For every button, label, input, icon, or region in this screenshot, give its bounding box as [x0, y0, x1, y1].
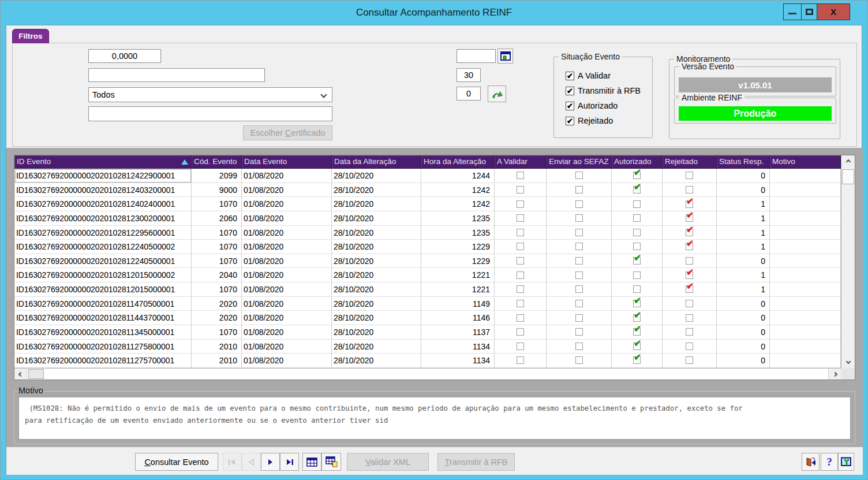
cell-data-alteracao: 28/10/2020: [332, 211, 421, 226]
calendar-button[interactable]: [497, 49, 513, 64]
grid-view-button[interactable]: [302, 453, 321, 471]
vertical-scrollbar[interactable]: [841, 155, 855, 368]
refresh-button[interactable]: [488, 85, 506, 102]
help-button[interactable]: ?: [821, 453, 838, 471]
cell-autorizado: ✔: [612, 325, 663, 340]
cell-id: ID1630276920000002020102811345000001: [14, 325, 192, 340]
column-header-status[interactable]: Status Resp.: [717, 155, 770, 169]
minimize-button[interactable]: [783, 3, 802, 20]
maximize-button[interactable]: [801, 3, 817, 20]
certificado-input[interactable]: [88, 106, 332, 121]
table-row[interactable]: ID16302769200000020201028112757000012010…: [14, 354, 841, 368]
cod-evento-select[interactable]: Todos: [88, 87, 332, 102]
situacao-option-transmitir-rfb[interactable]: ✔Transmitir à RFB: [566, 86, 641, 95]
cell-data-evento: 01/08/2020: [242, 226, 332, 240]
tools-icon: [841, 457, 851, 467]
table-row[interactable]: ID16302769200000020201028112758000012010…: [14, 340, 841, 354]
cell-motivo: [770, 211, 841, 226]
vertical-scroll-thumb[interactable]: [842, 169, 854, 184]
column-header-motivo[interactable]: Motivo: [770, 155, 841, 169]
grid-checkbox-enviar-sefaz: [575, 343, 583, 350]
table-row[interactable]: ID16302769200000020201028120150000022040…: [14, 268, 841, 282]
cell-id: ID1630276920000002020102812295600001: [14, 226, 192, 240]
cell-a-validar: [495, 254, 547, 269]
cell-data-evento: 01/08/2020: [242, 325, 332, 340]
column-header-enviar-sefaz[interactable]: Enviar ao SEFAZ: [547, 155, 612, 169]
grid-export-button[interactable]: [321, 453, 341, 471]
scroll-right-button[interactable]: [828, 369, 841, 379]
table-row[interactable]: ID16302769200000020201028124032000019000…: [14, 183, 841, 198]
cell-motivo: [770, 325, 841, 340]
table-row[interactable]: ID16302769200000020201028122405000021070…: [14, 240, 841, 254]
situacao-option-rejeitado[interactable]: ✔Rejeitado: [566, 116, 613, 125]
motivo-line-2: para retificação de um evento enviado an…: [25, 416, 388, 425]
cell-a-validar: [495, 297, 547, 311]
validar-xml-button[interactable]: Validar XML: [347, 453, 429, 471]
escolher-certificado-button[interactable]: Escolher Certificado: [243, 125, 332, 140]
table-row[interactable]: ID16302769200000020201028123002000012060…: [14, 211, 841, 226]
motivo-text-area[interactable]: (MS1028: Não é permitido o envio de mais…: [18, 397, 851, 440]
column-header-label: Cód. Evento: [194, 157, 237, 166]
checkbox-rejeitado[interactable]: ✔: [566, 117, 574, 125]
checkbox-a-validar[interactable]: ✔: [566, 72, 574, 80]
nav-first-button[interactable]: [223, 453, 242, 471]
rodada-input[interactable]: [88, 49, 161, 63]
grid-checkbox-a-validar: [517, 314, 524, 322]
table-row[interactable]: ID16302769200000020201028114705000012020…: [14, 297, 841, 311]
checkbox-transmitir-rfb[interactable]: ✔: [566, 87, 574, 95]
tools-button[interactable]: [838, 453, 854, 471]
cell-cod: 1070: [192, 240, 242, 254]
checkbox-autorizado[interactable]: ✔: [566, 102, 574, 110]
column-header-a-validar[interactable]: A Validar: [495, 155, 547, 169]
table-row[interactable]: ID16302769200000020201028120150000011070…: [14, 282, 841, 297]
table-row[interactable]: ID16302769200000020201028124229000012099…: [14, 169, 841, 183]
table-row[interactable]: ID16302769200000020201028124024000011070…: [14, 197, 841, 211]
id-evento-input[interactable]: [88, 68, 265, 82]
situacao-option-a-validar[interactable]: ✔A Validar: [566, 71, 611, 80]
situacao-option-autorizado[interactable]: ✔Autorizado: [566, 101, 618, 110]
nav-next-button[interactable]: [261, 453, 280, 471]
column-header-hora[interactable]: Hora da Alteração: [421, 155, 495, 169]
horizontal-scrollbar[interactable]: [14, 368, 841, 379]
column-header-data-alteracao[interactable]: Data da Alteração: [332, 155, 421, 169]
cell-rejeitado: ✔: [663, 268, 717, 282]
cell-hora: 1229: [421, 240, 495, 254]
atualizar-input[interactable]: [457, 68, 481, 82]
cell-status: 0: [717, 169, 770, 183]
tab-filtros[interactable]: Filtros: [12, 29, 49, 43]
nav-last-button[interactable]: [280, 453, 299, 471]
cell-a-validar: [495, 268, 547, 282]
cell-cod: 2099: [192, 169, 242, 183]
cell-autorizado: [612, 240, 663, 254]
grid-checkbox-autorizado: ✔: [633, 343, 641, 350]
close-button[interactable]: X: [817, 3, 850, 20]
data-apuracao-input[interactable]: [457, 49, 496, 63]
consultar-evento-button[interactable]: Consultar Evento: [135, 453, 218, 471]
scroll-down-button[interactable]: [841, 355, 855, 368]
quantidade-input[interactable]: [457, 87, 481, 101]
table-row[interactable]: ID16302769200000020201028122956000011070…: [14, 226, 841, 240]
column-header-rejeitado[interactable]: Rejeitado: [663, 155, 717, 169]
cell-id: ID1630276920000002020102812403200001: [14, 183, 192, 198]
scroll-left-button[interactable]: [14, 369, 27, 379]
cell-enviar-sefaz: [547, 197, 612, 211]
cell-data-evento: 01/08/2020: [242, 268, 332, 282]
cell-motivo: [770, 297, 841, 311]
scroll-up-button[interactable]: [841, 155, 855, 168]
grid-checkbox-autorizado: ✔: [633, 257, 641, 265]
ambiente-reinf-group: Ambiente REINF Produção: [674, 98, 836, 124]
versao-evento-value: v1.05.01: [679, 77, 832, 92]
horizontal-scroll-thumb[interactable]: [28, 369, 44, 379]
column-header-data-evento[interactable]: Data Evento: [242, 155, 332, 169]
column-header-cod[interactable]: Cód. Evento: [192, 155, 242, 169]
column-header-autorizado[interactable]: Autorizado: [612, 155, 663, 169]
cell-rejeitado: [663, 183, 717, 198]
exit-button[interactable]: [802, 453, 820, 471]
transmitir-rfb-button[interactable]: Transmitir à RFB: [437, 453, 515, 471]
table-row[interactable]: ID16302769200000020201028113450000011070…: [14, 325, 841, 340]
table-row[interactable]: ID16302769200000020201028114437000012020…: [14, 311, 841, 325]
column-header-id[interactable]: ID Evento: [14, 155, 192, 169]
nav-previous-button[interactable]: [242, 453, 261, 471]
table-row[interactable]: ID16302769200000020201028122405000011070…: [14, 254, 841, 269]
check-mark-icon: ✔: [686, 282, 694, 291]
